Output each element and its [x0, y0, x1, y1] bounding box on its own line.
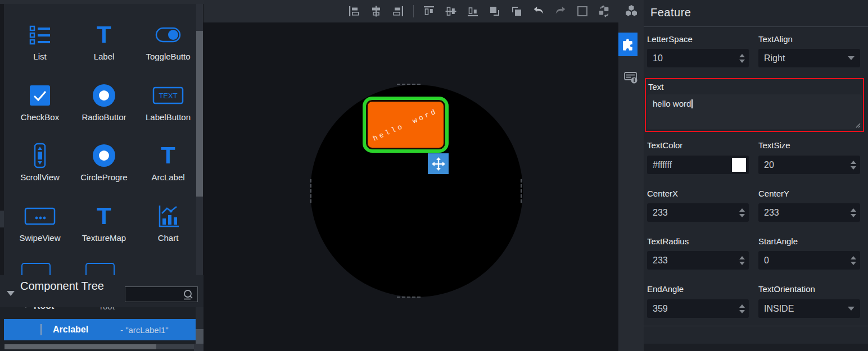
send-backward-icon[interactable]	[510, 4, 523, 19]
textcolor-input[interactable]: #ffffff	[647, 156, 749, 174]
right-dock-strip	[618, 0, 644, 351]
undo-icon[interactable]	[532, 4, 545, 19]
textalign-value: Right	[764, 53, 785, 63]
palette-scrollbar[interactable]	[196, 4, 203, 275]
text-textarea[interactable]: hello word	[647, 94, 862, 129]
letterspace-input[interactable]: 10	[647, 49, 749, 67]
text-value: hello word	[653, 99, 691, 108]
textorientation-value: INSIDE	[764, 304, 794, 313]
arc-label-icon: T	[161, 143, 175, 168]
palette-item-labelbutton[interactable]: TEXT LabelButton	[136, 76, 196, 132]
palette-item-scrollview[interactable]: ScrollView	[8, 136, 72, 192]
textalign-dropdown[interactable]: Right	[758, 49, 860, 67]
palette-item-texturemapper[interactable]: T TextureMap	[72, 197, 136, 253]
field-label-textorientation: TextOrientation	[758, 284, 862, 294]
palette-item-partial-1[interactable]	[21, 263, 51, 275]
color-swatch[interactable]	[732, 158, 746, 172]
palette-item-radiobutton[interactable]: RadioButtor	[72, 76, 136, 132]
textsize-input[interactable]: 20	[758, 156, 860, 174]
field-label-textsize: TextSize	[758, 140, 862, 150]
align-left-icon[interactable]	[347, 4, 361, 19]
radio-button-icon	[92, 83, 116, 108]
align-vertical-center-icon[interactable]	[444, 4, 458, 19]
palette-item-label: ArcLabel	[151, 172, 184, 182]
textradius-input[interactable]: 233	[647, 251, 749, 270]
chart-icon	[156, 203, 180, 229]
divider	[644, 326, 868, 326]
collapse-caret-icon[interactable]	[7, 291, 15, 296]
endangle-input[interactable]: 359	[647, 299, 749, 318]
palette-item-togglebutton[interactable]: ToggleButto	[136, 15, 196, 71]
palette-scrollbar-thumb[interactable]	[196, 31, 203, 197]
textradius-value: 233	[653, 256, 668, 265]
ui-designer-window: List T Label ToggleButto CheckBox	[0, 0, 868, 351]
palette-item-swipeview[interactable]: SwipeView	[8, 197, 72, 253]
field-label-endangle: EndAngle	[647, 284, 751, 294]
palette-item-arclabel[interactable]: T ArcLabel	[136, 136, 196, 192]
spinner-arrows[interactable]	[851, 161, 856, 170]
tree-search-input[interactable]	[125, 286, 198, 302]
textorientation-dropdown[interactable]: INSIDE	[758, 299, 860, 318]
guide-dash-left	[310, 179, 311, 203]
move-handle[interactable]	[428, 153, 449, 174]
text-cursor	[691, 99, 693, 108]
centery-input[interactable]: 233	[758, 203, 860, 222]
spinner-arrows[interactable]	[851, 208, 856, 217]
field-label-startangle: StartAngle	[758, 236, 862, 246]
align-bottom-icon[interactable]	[466, 4, 480, 19]
design-canvas[interactable]: hello word	[204, 0, 618, 351]
centerx-input[interactable]: 233	[647, 203, 749, 222]
feature-puzzle-icon	[621, 38, 635, 51]
chevron-down-icon	[848, 307, 855, 311]
component-tree-title: Component Tree	[20, 279, 119, 293]
field-label-letterspace: LetterSpace	[647, 34, 751, 44]
palette-item-label: CheckBox	[21, 112, 59, 122]
tree-horizontal-scrollbar-thumb[interactable]	[4, 344, 156, 349]
field-label-textcolor: TextColor	[647, 140, 751, 150]
tree-vertical-scrollbar-thumb[interactable]	[196, 329, 204, 344]
field-label-centery: CenterY	[758, 189, 862, 198]
palette-item-partial-2[interactable]	[85, 263, 115, 275]
palette-item-label-widget[interactable]: T Label	[72, 15, 136, 71]
top-strip	[0, 0, 204, 4]
spinner-arrows[interactable]	[739, 304, 745, 313]
align-top-icon[interactable]	[422, 4, 436, 19]
svg-text:TEXT: TEXT	[159, 92, 177, 100]
scrollbar-corner	[194, 344, 204, 351]
endangle-value: 359	[653, 304, 668, 313]
palette-item-label: ScrollView	[20, 172, 60, 182]
transform-icon[interactable]	[598, 4, 611, 19]
align-horizontal-center-icon[interactable]	[369, 4, 383, 19]
spinner-arrows[interactable]	[739, 208, 745, 217]
bring-forward-icon[interactable]	[488, 4, 501, 19]
spinner-arrows[interactable]	[739, 256, 745, 265]
feature-tab-active[interactable]	[618, 33, 638, 56]
palette-item-label: TextureMap	[82, 233, 126, 243]
spinner-arrows[interactable]	[851, 256, 856, 265]
components-hexagon-icon[interactable]	[623, 3, 639, 19]
tree-vertical-scrollbar[interactable]	[196, 307, 204, 344]
field-label-text: Text	[648, 82, 664, 92]
marquee-icon[interactable]	[576, 4, 589, 19]
tree-row-arclabel[interactable]: Arclabel - "arcLabel1"	[4, 319, 196, 340]
component-tree-header: Component Tree	[0, 275, 204, 307]
event-info-icon[interactable]	[622, 69, 639, 85]
redo-icon[interactable]	[554, 4, 567, 19]
align-right-icon[interactable]	[391, 4, 405, 19]
palette-item-checkbox[interactable]: CheckBox	[8, 76, 72, 132]
arclabel-widget-selected[interactable]: hello word	[363, 97, 449, 153]
startangle-value: 0	[764, 256, 769, 265]
startangle-input[interactable]: 0	[758, 251, 860, 270]
spinner-arrows[interactable]	[739, 54, 745, 63]
panel-collapse-tab[interactable]	[0, 211, 4, 227]
tree-horizontal-scrollbar[interactable]	[4, 344, 194, 349]
palette-item-circleprogress[interactable]: CircleProgre	[72, 136, 136, 192]
alignment-toolbar	[204, 0, 618, 22]
palette-item-label: LabelButton	[146, 112, 191, 122]
arclabel-widget-text: hello word	[372, 107, 439, 143]
resize-grip-icon[interactable]	[855, 122, 861, 128]
palette-item-label: RadioButtor	[82, 112, 126, 122]
divider	[644, 26, 868, 27]
palette-item-chart[interactable]: Chart	[136, 197, 196, 253]
palette-item-list[interactable]: List	[8, 15, 72, 71]
